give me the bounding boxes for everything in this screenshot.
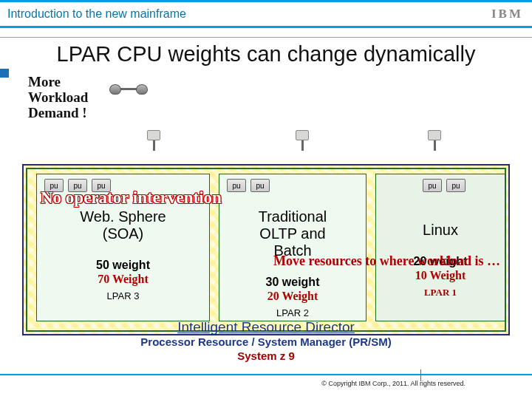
- systemz9-line: System z 9: [0, 349, 532, 362]
- divider: [0, 37, 532, 38]
- lpar-1-box: pu pu Linux 20 weight 10 Weight LPAR 1: [375, 174, 505, 321]
- lpar-new-weight: 10 Weight: [376, 269, 505, 282]
- lpar-2-box: pu pu TraditionalOLTP andBatch 30 weight…: [219, 174, 366, 321]
- move-resources-overlay: Move resources to where workload is …: [273, 253, 510, 270]
- footer-divider: [0, 374, 532, 375]
- pu-chip-icon: pu: [446, 179, 466, 192]
- piston-icon: [293, 130, 312, 151]
- page-title: LPAR CPU weights can change dynamically: [0, 42, 532, 66]
- pu-row: pu pu: [376, 179, 505, 192]
- pu-chip-icon: pu: [227, 179, 246, 192]
- lpar-old-weight: 30 weight: [219, 276, 366, 289]
- ibm-logo: IBM: [491, 7, 523, 21]
- slide-header: Introduction to the new mainframe IBM: [0, 0, 532, 28]
- prsm-line: Processor Resource / System Manager (PR/…: [0, 335, 532, 348]
- lpar-workload-title: Linux: [376, 222, 505, 239]
- pu-chip-icon: pu: [250, 179, 270, 192]
- piston-icon: [144, 130, 163, 151]
- left-accent-bar: [0, 69, 9, 78]
- lpar-old-weight: 50 weight: [37, 259, 209, 272]
- lpar-workload-title: TraditionalOLTP andBatch: [219, 208, 366, 259]
- demand-callout: MoreWorkloadDemand !: [28, 75, 88, 121]
- no-operator-overlay: No operator intervention: [41, 188, 222, 208]
- lpar-label: LPAR 1: [376, 287, 505, 299]
- pu-chip-icon: pu: [423, 179, 442, 192]
- ird-line: Intelligent Resource Director: [0, 319, 532, 335]
- barbell-icon: [111, 77, 146, 98]
- copyright: © Copyright IBM Corp., 2011. All rights …: [321, 380, 466, 387]
- lpar-label: LPAR 2: [219, 307, 366, 318]
- pu-row: pu pu: [219, 179, 366, 192]
- lpar-workload-title: Web. Sphere(SOA): [37, 208, 209, 242]
- lpar-label: LPAR 3: [37, 290, 209, 301]
- breadcrumb: Introduction to the new mainframe: [7, 7, 186, 21]
- piston-icon: [425, 130, 444, 151]
- lpar-new-weight: 70 Weight: [37, 273, 209, 286]
- lpar-new-weight: 20 Weight: [219, 290, 366, 303]
